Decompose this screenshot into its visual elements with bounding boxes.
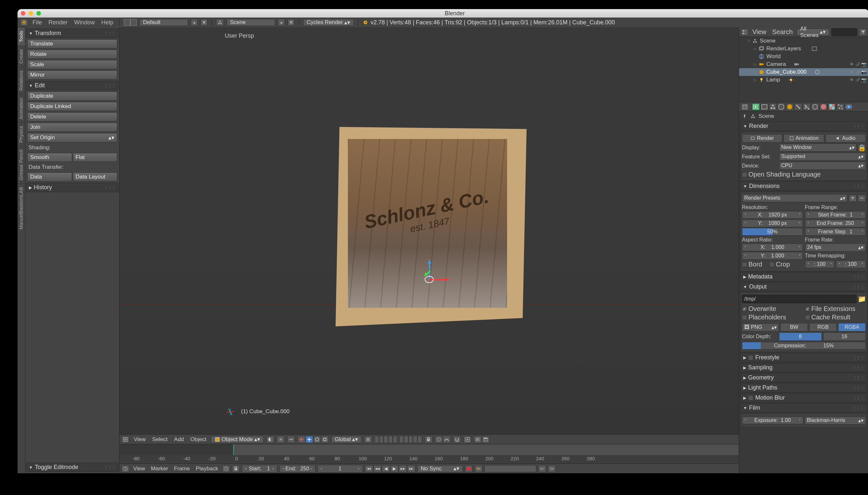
film-section-header[interactable]: ▼Film⋮⋮⋮ <box>740 403 867 412</box>
display-lock-icon[interactable]: 🔒 <box>858 144 866 151</box>
remap-old-field[interactable]: ◂: 100▸ <box>805 260 835 268</box>
proptab-physics-icon[interactable] <box>845 103 853 110</box>
properties-body[interactable]: ▼Render⋮⋮⋮ Render Animation Audio Displa… <box>739 121 868 473</box>
sampling-section-header[interactable]: ▶Sampling⋮⋮⋮ <box>740 363 867 372</box>
outliner-item-scene[interactable]: ▽Scene <box>739 37 868 45</box>
mode-select[interactable]: Object Mode▴▾ <box>211 436 263 443</box>
render-section-header[interactable]: ▼Render⋮⋮⋮ <box>740 121 867 131</box>
outliner-item-renderlayers[interactable]: ▷RenderLayers <box>739 45 868 53</box>
audio-render-button[interactable]: Audio <box>825 134 866 142</box>
aspect-y-field[interactable]: ◂Y: 1.000▸ <box>742 252 803 260</box>
outliner-menu-search[interactable]: Search <box>770 28 795 36</box>
proptab-renderlayers-icon[interactable] <box>760 103 768 110</box>
manipulator-toggle-icon[interactable] <box>298 436 305 443</box>
featureset-select[interactable]: Supported▴▾ <box>779 153 866 161</box>
jump-last-button[interactable]: ⏭ <box>407 465 415 472</box>
proptab-particles-icon[interactable] <box>836 103 844 110</box>
operator-panel-header[interactable]: ▼Toggle Editmode⋮⋮⋮ <box>26 463 118 472</box>
outliner-item-camera[interactable]: ▷Camera👁⮰📷 <box>739 61 868 68</box>
edit-panel-header[interactable]: ▼Edit⋮⋮⋮ <box>26 81 118 90</box>
scale-button[interactable]: Scale <box>27 60 117 69</box>
manipulator-scale-icon[interactable] <box>321 436 329 443</box>
render-icon[interactable]: 📷 <box>861 77 867 83</box>
data-layout-button[interactable]: Data Layout <box>73 172 118 182</box>
outliner-display-mode[interactable]: All Scenes▴▾ <box>797 29 829 36</box>
flat-button[interactable]: Flat <box>73 153 118 162</box>
render-button[interactable]: Render <box>742 134 782 142</box>
device-select[interactable]: CPU▴▾ <box>779 161 866 170</box>
proptab-texture-icon[interactable] <box>828 103 836 110</box>
layers-first-icon[interactable] <box>364 436 372 443</box>
play-reverse-button[interactable]: ◀ <box>382 465 390 472</box>
editor-type-3dview-icon[interactable] <box>121 436 129 443</box>
eye-icon[interactable]: 👁 <box>850 77 854 83</box>
freestyle-section-header[interactable]: ▶Freestyle⋮⋮⋮ <box>740 353 867 362</box>
menu-help[interactable]: Help <box>99 19 115 26</box>
output-path-field[interactable]: /tmp/ <box>742 295 857 303</box>
3dview-menu-object[interactable]: Object <box>189 436 208 443</box>
menu-file[interactable]: File <box>31 19 44 26</box>
timeline-cursor[interactable] <box>233 444 234 455</box>
fileext-checkbox[interactable]: ✓ <box>805 306 810 312</box>
osl-checkbox[interactable] <box>742 172 747 177</box>
proptab-data-icon[interactable] <box>811 103 819 110</box>
menu-window[interactable]: Window <box>72 19 97 26</box>
output-section-header[interactable]: ▼Output⋮⋮⋮ <box>740 282 867 291</box>
add-scene-button[interactable]: + <box>278 19 285 26</box>
rotate-button[interactable]: Rotate <box>27 50 117 59</box>
transform-panel-header[interactable]: ▼Transform⋮⋮⋮ <box>26 29 118 38</box>
outliner-search-input[interactable] <box>831 28 857 36</box>
aspect-x-field[interactable]: ◂X: 1.000▸ <box>742 243 803 251</box>
3d-viewport[interactable]: User Persp Schlonz & Co. est. 1847 <box>119 27 739 434</box>
menu-render[interactable]: Render <box>47 19 69 26</box>
play-button[interactable]: ▶ <box>390 465 398 472</box>
layers-grid[interactable] <box>375 436 422 443</box>
range-lock-icon[interactable] <box>232 465 240 472</box>
compression-slider[interactable]: Compression: 15% <box>742 342 866 349</box>
history-panel-header[interactable]: ▶History⋮⋮⋮ <box>26 183 118 192</box>
editor-type-timeline-icon[interactable] <box>121 465 129 472</box>
render-opengl-still-icon[interactable] <box>474 436 482 443</box>
remove-layout-button[interactable]: ✕ <box>200 19 208 26</box>
3dview-menu-select[interactable]: Select <box>150 436 169 443</box>
editor-type-properties-icon[interactable] <box>741 103 749 110</box>
duplicate-linked-button[interactable]: Duplicate Linked <box>27 102 117 111</box>
outliner-filter-icon[interactable] <box>859 29 867 36</box>
res-x-field[interactable]: ◂X: 1920 px▸ <box>742 211 803 219</box>
display-select[interactable]: New Window▴▾ <box>779 143 857 152</box>
range-toggle-icon[interactable] <box>222 465 230 472</box>
minimize-window-button[interactable] <box>29 11 33 16</box>
mirror-button[interactable]: Mirror <box>27 70 117 80</box>
outliner-item-lamp[interactable]: ▷Lamp👁⮰📷 <box>739 76 868 84</box>
proptab-scene-icon[interactable] <box>769 103 777 110</box>
pivot-point-icon[interactable] <box>277 436 284 443</box>
vtab-create[interactable]: Create <box>18 46 25 67</box>
metadata-section-header[interactable]: ▶Metadata⋮⋮⋮ <box>740 272 867 281</box>
outliner-tree[interactable]: ▽Scene ▷RenderLayers ▷World ▷Camera👁⮰📷 ▷… <box>739 37 868 102</box>
cursor-icon[interactable]: ⮰ <box>855 77 860 83</box>
browse-folder-icon[interactable]: 📁 <box>858 295 866 303</box>
data-button[interactable]: Data <box>27 172 72 182</box>
screen-layout-select[interactable]: Default <box>140 19 188 26</box>
rgba-button[interactable]: RGBA <box>838 323 866 331</box>
manipulator-rotate-icon[interactable] <box>313 436 321 443</box>
proportional-falloff-icon[interactable] <box>443 436 451 443</box>
tl-menu-playback[interactable]: Playback <box>194 465 220 472</box>
vtab-relations[interactable]: Relations <box>18 67 25 94</box>
crumb-scene[interactable]: Scene <box>758 113 774 119</box>
tl-menu-marker[interactable]: Marker <box>149 465 170 472</box>
tl-menu-frame[interactable]: Frame <box>172 465 192 472</box>
jump-next-keyframe-button[interactable]: ▸▸ <box>398 465 407 472</box>
motionblur-section-header[interactable]: ▶Motion Blur⋮⋮⋮ <box>740 393 867 403</box>
editor-type-outliner-icon[interactable] <box>741 29 749 36</box>
crop-checkbox[interactable] <box>769 262 774 267</box>
freestyle-checkbox[interactable] <box>748 355 753 360</box>
end-frame-field[interactable]: ◂End: 250▸ <box>279 465 315 473</box>
remap-new-field[interactable]: ◂: 100▸ <box>836 260 866 268</box>
join-button[interactable]: Join <box>27 123 117 132</box>
cache-checkbox[interactable] <box>805 315 810 320</box>
outliner-item-cube[interactable]: ▷Cube_Cube.000👁⮰📷 <box>739 68 868 76</box>
proptab-modifiers-icon[interactable] <box>803 103 810 110</box>
dimensions-section-header[interactable]: ▼Dimensions⋮⋮⋮ <box>740 182 867 191</box>
cursor-icon[interactable]: ⮰ <box>855 69 860 75</box>
